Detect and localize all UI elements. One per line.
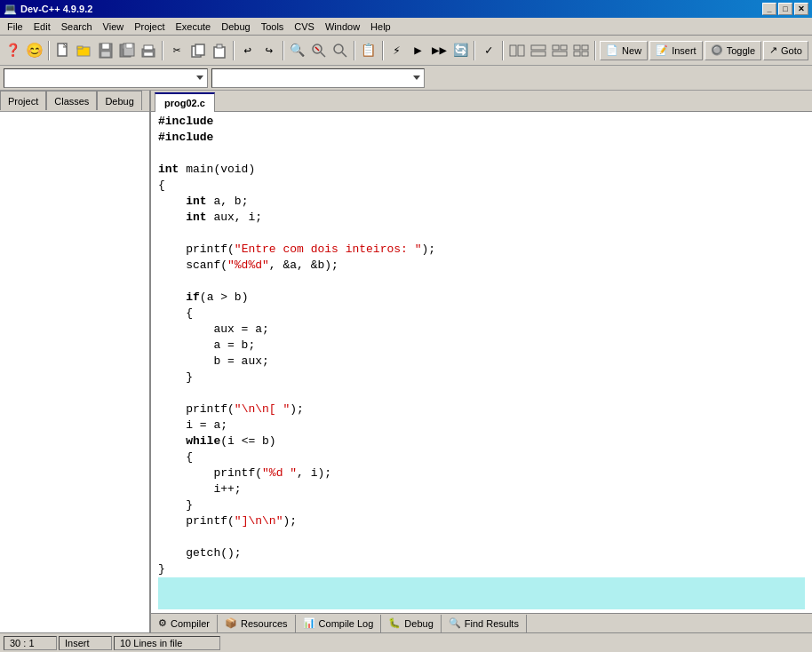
compiler-tab-label: Compiler [171, 618, 210, 629]
find-results-tab[interactable]: 🔍 Find Results [442, 615, 527, 632]
findnext-btn[interactable] [330, 39, 350, 62]
minimize-button[interactable]: _ [762, 3, 776, 15]
project-dropdown-arrow [196, 76, 203, 80]
smiley-toolbar-btn[interactable]: 😊 [25, 39, 44, 62]
svg-rect-11 [144, 45, 153, 50]
menu-tools[interactable]: Tools [256, 20, 290, 34]
toolbar-sep-3 [233, 41, 235, 60]
svg-line-19 [315, 47, 319, 51]
svg-rect-28 [553, 52, 567, 56]
code-line-13: { [158, 306, 805, 322]
compile-log-tab-label: Compile Log [319, 618, 374, 629]
find-results-tab-label: Find Results [465, 618, 519, 629]
debug-toolbar-btn[interactable]: ✓ [479, 39, 498, 62]
find-results-icon: 🔍 [449, 617, 461, 629]
open-file-btn[interactable] [75, 39, 94, 62]
replace-btn[interactable] [309, 39, 329, 62]
toggle-label: Toggle [727, 45, 755, 56]
svg-rect-2 [77, 46, 83, 49]
menu-execute[interactable]: Execute [170, 20, 216, 34]
resources-tab[interactable]: 📦 Resources [218, 615, 296, 632]
code-editor[interactable]: #include#include int main(void){ int a, … [151, 112, 812, 613]
bookmark-btn[interactable]: 📋 [359, 39, 378, 62]
svg-rect-15 [214, 47, 225, 58]
code-line-15: a = b; [158, 338, 805, 354]
menu-debug[interactable]: Debug [216, 20, 255, 34]
compile-log-icon: 📊 [303, 617, 315, 629]
new-file-btn[interactable] [53, 39, 73, 62]
rebuild-btn[interactable]: 🔄 [450, 39, 470, 62]
help-toolbar-btn[interactable]: ❓ [4, 39, 23, 62]
find-btn[interactable]: 🔍 [288, 39, 307, 62]
menu-help[interactable]: Help [365, 20, 396, 34]
code-line-12: if(a > b) [158, 290, 805, 306]
resources-icon: 📦 [225, 617, 237, 629]
insert-label: Insert [672, 45, 697, 56]
debug-tab[interactable]: 🐛 Debug [381, 615, 441, 632]
code-line-20: i = a; [158, 417, 805, 433]
run-btn[interactable]: ▶ [408, 39, 427, 62]
compilerun-btn[interactable]: ▶▶ [429, 39, 449, 62]
tile1-btn[interactable] [507, 39, 527, 62]
svg-rect-29 [574, 45, 580, 50]
app-icon: 💻 [4, 3, 17, 15]
toolbar-sep-6 [382, 41, 384, 60]
menu-window[interactable]: Window [320, 20, 365, 34]
menu-search[interactable]: Search [56, 20, 98, 34]
goto-label-btn[interactable]: ↗ Goto [763, 41, 808, 60]
maximize-button[interactable]: □ [778, 3, 792, 15]
close-button[interactable]: ✕ [794, 3, 808, 15]
toggle-label-btn[interactable]: 🔘 Toggle [705, 41, 761, 60]
compiler-tab[interactable]: ⚙ Compiler [151, 615, 218, 632]
redo-btn[interactable]: ↪ [259, 39, 279, 62]
save-all-btn[interactable] [117, 39, 137, 62]
svg-line-18 [321, 52, 325, 57]
code-line-22: { [158, 449, 805, 465]
code-line-8 [158, 226, 805, 242]
tile4-btn[interactable] [571, 39, 591, 62]
tab-classes[interactable]: Classes [46, 91, 97, 110]
compile-btn[interactable]: ⚡ [387, 39, 407, 62]
new-label-btn[interactable]: 📄 New [600, 41, 648, 60]
undo-btn[interactable]: ↩ [238, 39, 258, 62]
cursor-position: 30 : 1 [4, 636, 57, 650]
tab-project[interactable]: Project [0, 91, 46, 110]
class-dropdown[interactable] [211, 68, 425, 88]
tile2-btn[interactable] [529, 39, 548, 62]
new-label: New [622, 45, 641, 56]
save-btn[interactable] [96, 39, 115, 62]
project-dropdown[interactable] [4, 68, 208, 88]
goto-icon: ↗ [769, 44, 777, 56]
code-line-16: b = aux; [158, 354, 805, 370]
insert-label-btn[interactable]: 📝 Insert [649, 41, 703, 60]
tab-debug[interactable]: Debug [97, 91, 141, 110]
cut-btn[interactable]: ✂ [167, 39, 187, 62]
menu-cvs[interactable]: CVS [289, 20, 320, 34]
menu-view[interactable]: View [98, 20, 130, 34]
tile3-btn[interactable] [550, 39, 569, 62]
copy-btn[interactable] [188, 39, 208, 62]
menu-project[interactable]: Project [129, 20, 170, 34]
print-btn[interactable] [139, 39, 158, 62]
compile-log-tab[interactable]: 📊 Compile Log [296, 615, 382, 632]
new-icon: 📄 [606, 44, 618, 56]
insert-icon: 📝 [656, 44, 668, 56]
toolbar-sep-2 [162, 41, 163, 60]
svg-rect-32 [582, 52, 588, 56]
code-line-1: #include [158, 114, 805, 130]
code-line-7: int aux, i; [158, 210, 805, 226]
toolbar-sep-9 [594, 41, 596, 60]
paste-btn[interactable] [210, 39, 229, 62]
edit-mode: Insert [59, 636, 112, 650]
menu-file[interactable]: File [2, 20, 28, 34]
code-line-25: } [158, 497, 805, 513]
svg-rect-5 [101, 52, 110, 57]
svg-rect-9 [126, 44, 132, 48]
code-line-19: printf("\n\n[ "); [158, 402, 805, 417]
debug-tab-label: Debug [404, 618, 433, 629]
menu-edit[interactable]: Edit [28, 20, 56, 34]
code-line-9: printf("Entre com dois inteiros: "); [158, 242, 805, 258]
code-line-31 [158, 593, 805, 609]
code-line-18 [158, 386, 805, 402]
editor-tab-prog02[interactable]: prog02.c [155, 92, 215, 112]
